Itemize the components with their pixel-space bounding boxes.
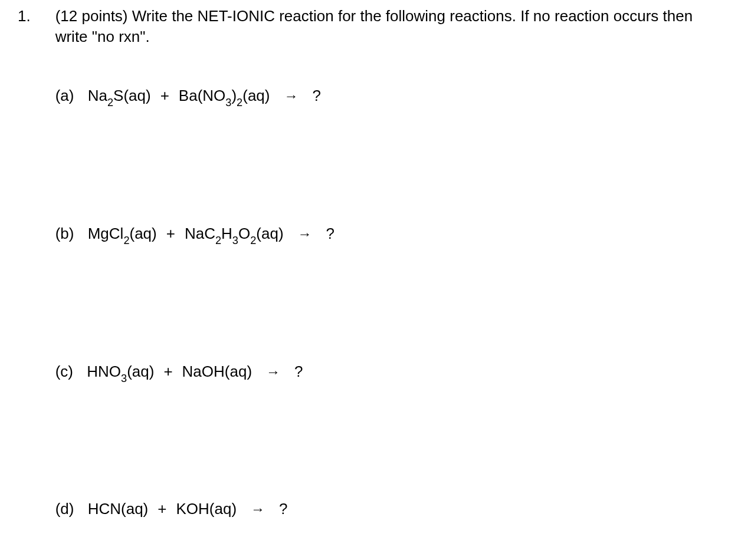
reactant-1: Na2S(aq) (88, 85, 151, 108)
plus-symbol: + (163, 361, 172, 382)
arrow-icon: → (251, 500, 265, 519)
question-container: 1. (12 points) Write the NET-IONIC react… (18, 6, 720, 520)
reactant-1: HNO3(aq) (87, 361, 154, 384)
arrow-icon: → (284, 87, 298, 106)
reactant-2: NaC2H3O2(aq) (185, 223, 284, 246)
question-number: 1. (18, 6, 31, 520)
product-placeholder: ? (326, 223, 334, 244)
question-body: (12 points) Write the NET-IONIC reaction… (55, 6, 720, 520)
equation-a: (a) Na2S(aq) + Ba(NO3)2(aq) → ? (55, 85, 720, 108)
reactant-2: KOH(aq) (176, 499, 237, 519)
equation-c: (c) HNO3(aq) + NaOH(aq) → ? (55, 361, 720, 384)
reactant-2: NaOH(aq) (182, 361, 252, 382)
subpart-c: (c) HNO3(aq) + NaOH(aq) → ? (55, 361, 720, 384)
reactant-1: MgCl2(aq) (88, 223, 157, 246)
plus-symbol: + (166, 223, 175, 244)
subpart-d: (d) HCN(aq) + KOH(aq) → ? (55, 499, 720, 519)
subpart-label: (b) (55, 223, 74, 244)
arrow-icon: → (266, 363, 280, 381)
question-prompt: (12 points) Write the NET-IONIC reaction… (55, 6, 720, 47)
subpart-a: (a) Na2S(aq) + Ba(NO3)2(aq) → ? (55, 85, 720, 108)
reactant-2: Ba(NO3)2(aq) (179, 85, 270, 108)
arrow-icon: → (298, 225, 312, 243)
product-placeholder: ? (294, 361, 303, 382)
equation-d: (d) HCN(aq) + KOH(aq) → ? (55, 499, 720, 519)
product-placeholder: ? (312, 85, 320, 106)
reactant-1: HCN(aq) (88, 499, 149, 519)
plus-symbol: + (158, 499, 166, 519)
product-placeholder: ? (279, 499, 287, 519)
subpart-label: (d) (55, 499, 74, 519)
subpart-label: (a) (55, 85, 74, 106)
equation-b: (b) MgCl2(aq) + NaC2H3O2(aq) → ? (55, 223, 720, 246)
subpart-b: (b) MgCl2(aq) + NaC2H3O2(aq) → ? (55, 223, 720, 246)
subpart-label: (c) (55, 361, 73, 382)
plus-symbol: + (160, 85, 169, 106)
